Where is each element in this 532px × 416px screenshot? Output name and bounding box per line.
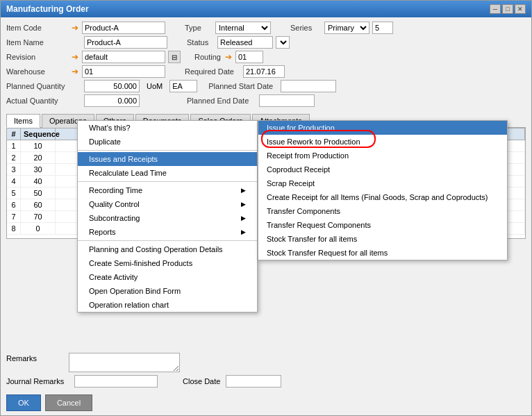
submenu-receipt-production[interactable]: Receipt from Production <box>258 149 507 163</box>
menu-duplicate[interactable]: Duplicate <box>78 135 257 149</box>
journal-label: Journal Remarks <box>6 377 69 385</box>
warehouse-input[interactable] <box>82 65 165 78</box>
status-label: Status <box>187 38 215 47</box>
item-name-label: Item Name <box>6 38 69 47</box>
close-date-label: Close Date <box>183 377 220 385</box>
planned-end-input[interactable] <box>259 94 315 107</box>
bottom-area: Remarks Journal Remarks Close Date <box>1 350 531 390</box>
context-menu: What's this? Duplicate Issues and Receip… <box>77 120 258 313</box>
routing-arrow: ➔ <box>225 52 232 62</box>
status-select[interactable]: ▼ <box>276 36 290 49</box>
menu-subcontracting[interactable]: Subcontracting ▶ <box>78 211 257 225</box>
title-bar-buttons: ─ □ ✕ <box>490 4 526 14</box>
revision-input[interactable] <box>82 51 165 63</box>
tab-items[interactable]: Items <box>6 114 40 128</box>
menu-semi-finished[interactable]: Create Semi-finished Products <box>78 256 257 270</box>
revision-label: Revision <box>6 53 69 61</box>
series-label: Series <box>290 24 322 32</box>
title-bar: Manufacturing Order ─ □ ✕ <box>1 1 531 17</box>
journal-input[interactable] <box>74 375 158 388</box>
menu-sep-3 <box>78 240 257 241</box>
window-title: Manufacturing Order <box>6 4 89 14</box>
col-num: # <box>7 128 21 140</box>
menu-quality-control[interactable]: Quality Control ▶ <box>78 197 257 211</box>
warehouse-arrow: ➔ <box>72 67 78 76</box>
menu-whats-this[interactable]: What's this? <box>78 121 257 135</box>
menu-planning[interactable]: Planning and Costing Operation Details <box>78 242 257 256</box>
submenu-coproduct-receipt[interactable]: Coproduct Receipt <box>258 163 507 176</box>
minimize-button[interactable]: ─ <box>490 4 501 14</box>
menu-reports[interactable]: Reports ▶ <box>78 225 257 239</box>
status-input[interactable] <box>217 36 273 49</box>
routing-input[interactable] <box>235 51 263 63</box>
revision-browse-btn[interactable]: ⊟ <box>168 51 181 63</box>
form-area: Item Code ➔ Type Internal Series Primary… <box>1 17 531 113</box>
submenu-transfer-components[interactable]: Transfer Components <box>258 204 507 218</box>
submenu-issue-production[interactable]: Issue for Production <box>258 121 507 135</box>
main-window: Manufacturing Order ─ □ ✕ Item Code ➔ Ty… <box>0 0 532 416</box>
remarks-input[interactable] <box>69 353 180 372</box>
planned-start-label: Planned Start Date <box>208 82 278 90</box>
item-code-input[interactable] <box>82 22 165 34</box>
menu-recalculate[interactable]: Recalculate Lead Time <box>78 166 257 180</box>
submenu-issue-rework[interactable]: Issue Rework to Production <box>258 135 507 149</box>
menu-create-activity[interactable]: Create Activity <box>78 270 257 284</box>
routing-label: Routing <box>194 53 222 61</box>
planned-start-input[interactable] <box>281 80 336 92</box>
col-seq: Sequence <box>21 128 56 140</box>
uom-label: UoM <box>147 82 163 90</box>
menu-sep-1 <box>78 150 257 151</box>
submenu-create-receipt-all[interactable]: Create Receipt for all Items (Final Good… <box>258 190 507 204</box>
maximize-button[interactable]: □ <box>502 4 513 14</box>
submenu-stock-transfer[interactable]: Stock Transfer for all items <box>258 232 507 246</box>
submenu-stock-transfer-request[interactable]: Stock Transfer Request for all items <box>258 246 507 260</box>
cancel-button[interactable]: Cancel <box>45 394 92 411</box>
required-date-label: Required Date <box>185 67 240 76</box>
item-name-input[interactable] <box>84 36 167 49</box>
type-label: Type <box>185 24 213 32</box>
item-code-label: Item Code <box>6 24 69 32</box>
required-date-input[interactable] <box>243 65 285 78</box>
close-date-input[interactable] <box>226 375 281 388</box>
submenu-scrap-receipt[interactable]: Scrap Receipt <box>258 176 507 190</box>
close-button[interactable]: ✕ <box>515 4 526 14</box>
item-code-arrow: ➔ <box>72 23 78 33</box>
remarks-row: Remarks <box>6 353 526 372</box>
menu-bind-form[interactable]: Open Operation Bind Form <box>78 284 257 298</box>
menu-sep-2 <box>78 181 257 182</box>
submenu-transfer-request[interactable]: Transfer Request Components <box>258 218 507 232</box>
planned-qty-label: Planned Quantity <box>6 82 69 90</box>
submenu: Issue for Production Issue Rework to Pro… <box>258 120 508 260</box>
planned-qty-input[interactable] <box>84 80 140 92</box>
actual-qty-input[interactable] <box>84 94 140 107</box>
revision-arrow: ➔ <box>72 52 78 62</box>
menu-relation-chart[interactable]: Operation relation chart <box>78 298 257 312</box>
menu-recording-time[interactable]: Recording Time ▶ <box>78 183 257 197</box>
uom-input[interactable] <box>169 80 197 92</box>
warehouse-label: Warehouse <box>6 67 69 76</box>
series-num-input[interactable] <box>372 22 393 34</box>
button-area: OK Cancel <box>1 390 531 415</box>
remarks-label: Remarks <box>6 353 69 363</box>
journal-row: Journal Remarks Close Date <box>6 375 526 388</box>
menu-issues-receipts[interactable]: Issues and Receipts <box>78 152 257 166</box>
series-select[interactable]: Primary <box>324 22 369 34</box>
type-select[interactable]: Internal <box>215 22 271 34</box>
actual-qty-label: Actual Quantity <box>6 97 69 105</box>
ok-button[interactable]: OK <box>6 394 41 411</box>
planned-end-label: Planned End Date <box>187 97 256 105</box>
